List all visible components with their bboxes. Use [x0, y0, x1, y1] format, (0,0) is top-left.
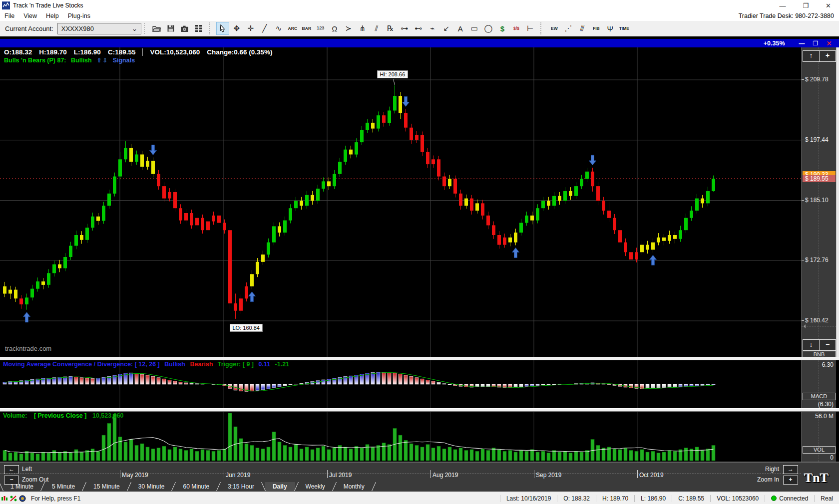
volume-bar — [63, 451, 67, 461]
volume-bar — [712, 446, 715, 461]
close-icon[interactable]: ✕ — [826, 2, 831, 9]
regression-tool-icon[interactable]: ℞ — [384, 22, 397, 35]
volume-bar — [107, 423, 111, 461]
time-tool-icon[interactable]: TIME — [618, 22, 631, 35]
macd-bar — [91, 379, 94, 384]
tab-60-minute[interactable]: 60 Minute — [175, 482, 217, 491]
macd-trigger-value: -1.21 — [275, 361, 290, 368]
arrow-tool-icon[interactable]: ≻ — [342, 22, 355, 35]
candle-body — [591, 172, 594, 186]
elliott-wave-tool-icon[interactable]: EW — [548, 22, 561, 35]
macd-signal-line — [5, 373, 714, 391]
macd-bar — [151, 376, 155, 384]
connector-tool-icon[interactable]: ⊶ — [398, 22, 411, 35]
parallel-lines-tool-icon[interactable]: ⫽ — [370, 22, 383, 35]
menu-help[interactable]: Help — [41, 12, 63, 19]
scale-down-button[interactable]: ↓ — [803, 339, 820, 351]
minimize-icon[interactable]: — — [779, 2, 786, 9]
arrow-sw-tool-icon[interactable]: ↙ — [440, 22, 453, 35]
numbers-tool-icon[interactable]: ¹²³ — [314, 22, 327, 35]
crosshair-tool-icon[interactable]: ✛ — [244, 22, 257, 35]
snapshot-icon[interactable] — [178, 22, 191, 35]
connector2-tool-icon[interactable]: ⊷ — [412, 22, 425, 35]
maximize-icon[interactable]: ❐ — [803, 2, 809, 9]
volume-bar — [212, 451, 215, 461]
trendline-tool-icon[interactable]: ╱ — [258, 22, 271, 35]
text-tool-icon[interactable]: A — [454, 22, 467, 35]
connection-status: Connected — [765, 495, 814, 502]
candle-body — [503, 238, 506, 245]
macd-bar — [541, 384, 545, 385]
chart-minimize-icon[interactable]: — — [799, 40, 805, 47]
pointer-tool-icon[interactable] — [216, 22, 229, 35]
volume-bar — [470, 450, 473, 461]
tab-1-minute[interactable]: 1 Minute — [2, 482, 41, 491]
open-file-icon[interactable] — [150, 22, 163, 35]
volume-indicator-tag[interactable]: VOL — [803, 446, 836, 454]
open-value: O:188.32 — [4, 48, 32, 56]
panel-splitter[interactable] — [0, 357, 839, 360]
tab-5-minute[interactable]: 5 Minute — [44, 482, 83, 491]
gann-fan-tool-icon[interactable]: ⋰ — [562, 22, 575, 35]
volume-bar — [514, 452, 517, 461]
scroll-right-button[interactable]: → — [783, 465, 798, 474]
menu-plugins[interactable]: Plug-ins — [63, 12, 95, 19]
dollar-tool-icon[interactable]: $ — [496, 22, 509, 35]
rectangle-tool-icon[interactable]: ▭ — [468, 22, 481, 35]
risk-reward-tool-icon[interactable]: $/$ — [510, 22, 523, 35]
quote-board-icon[interactable] — [192, 22, 205, 35]
candle-body — [30, 289, 34, 298]
signals-link[interactable]: Signals — [113, 57, 135, 64]
month-label: Jul 2019 — [329, 472, 352, 479]
candle-body — [492, 225, 495, 235]
tab-3-15-hour[interactable]: 3:15 Hour — [220, 482, 262, 491]
scale-up-button[interactable]: ↑ — [803, 50, 820, 62]
account-dropdown[interactable]: XXXXX980 ⌄ — [57, 23, 141, 34]
candle-body — [525, 216, 528, 223]
low-value: L:186.90 — [74, 48, 101, 56]
panel-splitter[interactable] — [0, 408, 839, 412]
tab-30-minute[interactable]: 30 Minute — [130, 482, 173, 491]
volume-bar — [404, 440, 408, 461]
main-chart: O:188.32H:189.70L:186.90C:189.55VOL:10,5… — [0, 47, 839, 357]
chart-restore-icon[interactable]: ❐ — [813, 40, 819, 47]
macd-bar — [267, 384, 270, 389]
zoom-in-price-button[interactable]: + — [819, 50, 836, 62]
menu-view[interactable]: View — [19, 12, 41, 19]
tab-weekly[interactable]: Weekly — [298, 482, 333, 491]
zoom-out-price-button[interactable]: − — [819, 339, 836, 351]
ellipse-tool-icon[interactable]: ◯ — [482, 22, 495, 35]
zoom-in-button[interactable]: + — [783, 476, 798, 485]
price-axis[interactable]: ↑ + ↓ − BNB $ 209.78$ 197.44$ 185.10$ 17… — [801, 47, 837, 357]
tab-daily[interactable]: Daily — [265, 482, 295, 491]
chart-close-icon[interactable]: ✕ — [826, 39, 832, 47]
candle-body — [508, 238, 512, 243]
save-icon[interactable] — [164, 22, 177, 35]
head-shoulders-tool-icon[interactable]: Ω — [328, 22, 341, 35]
arc-tool-icon[interactable]: ARC — [286, 22, 299, 35]
zigzag-tool-icon[interactable]: ∿ — [272, 22, 285, 35]
macd-bar — [140, 374, 144, 384]
volume-bar — [503, 451, 506, 461]
tab-15-minute[interactable]: 15 Minute — [85, 482, 128, 491]
candle-body — [536, 208, 539, 221]
dashed-connector-tool-icon[interactable]: ⌁ — [426, 22, 439, 35]
candle-body — [272, 226, 276, 242]
wave-tool-icon[interactable]: Ψ — [604, 22, 617, 35]
volume-bar — [14, 452, 17, 461]
macd-indicator-tag[interactable]: MACD — [803, 393, 836, 400]
scroll-left-button[interactable]: ← — [4, 465, 19, 474]
pitchfork-tool-icon[interactable]: ⫻ — [576, 22, 589, 35]
tab-monthly[interactable]: Monthly — [336, 482, 373, 491]
move-tool-icon[interactable]: ✥ — [230, 22, 243, 35]
candle-body — [91, 217, 94, 228]
candle-body — [316, 189, 320, 201]
scroll-left-label: Left — [22, 466, 32, 473]
stop-tool-icon[interactable]: ⊢ — [524, 22, 537, 35]
fibonacci-tool-icon[interactable]: FIB — [590, 22, 603, 35]
candle-body — [563, 191, 567, 201]
bar-tool-icon[interactable]: BAR — [300, 22, 313, 35]
menu-file[interactable]: File — [0, 12, 19, 19]
candle-body — [497, 235, 501, 245]
fan-lines-tool-icon[interactable]: ⋔ — [356, 22, 369, 35]
